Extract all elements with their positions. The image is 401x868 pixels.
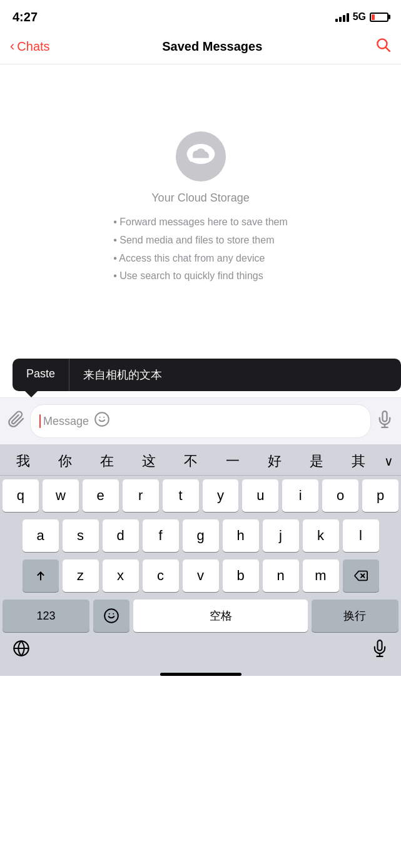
cloud-storage-icon bbox=[176, 131, 226, 181]
suggestion-6[interactable]: 好 bbox=[253, 449, 295, 473]
attach-button[interactable] bbox=[8, 411, 25, 432]
key-z[interactable]: z bbox=[63, 559, 99, 592]
key-w[interactable]: w bbox=[43, 479, 79, 512]
back-button[interactable]: ‹ Chats bbox=[10, 39, 50, 54]
cloud-storage-title: Your Cloud Storage bbox=[151, 191, 249, 205]
cloud-bullet-4: Use search to quickly find things bbox=[113, 267, 288, 285]
key-i[interactable]: i bbox=[282, 479, 318, 512]
key-e[interactable]: e bbox=[83, 479, 119, 512]
chat-content-area: Your Cloud Storage Forward messages here… bbox=[0, 64, 401, 334]
key-u[interactable]: u bbox=[242, 479, 278, 512]
key-g[interactable]: g bbox=[183, 519, 219, 552]
keyboard-bottom-row bbox=[0, 636, 401, 666]
text-cursor bbox=[39, 414, 41, 428]
back-label: Chats bbox=[17, 39, 49, 54]
key-n[interactable]: n bbox=[263, 559, 299, 592]
key-y[interactable]: y bbox=[203, 479, 239, 512]
battery-fill bbox=[372, 14, 375, 20]
message-input-bar: Message bbox=[0, 397, 401, 444]
cloud-bullet-1: Forward messages here to save them bbox=[113, 213, 288, 232]
suggestion-1[interactable]: 你 bbox=[44, 449, 86, 473]
keyboard-mic-button[interactable] bbox=[371, 640, 388, 661]
keyboard-row-2: a s d f g h j k l bbox=[0, 516, 401, 556]
suggestion-7[interactable]: 是 bbox=[295, 449, 337, 473]
emoji-key[interactable] bbox=[93, 600, 129, 632]
space-key[interactable]: 空格 bbox=[133, 600, 308, 632]
svg-point-8 bbox=[95, 412, 109, 426]
message-input[interactable]: Message bbox=[30, 404, 371, 438]
cloud-bullet-3: Access this chat from any device bbox=[113, 250, 288, 268]
key-l[interactable]: l bbox=[343, 519, 379, 552]
key-b[interactable]: b bbox=[223, 559, 259, 592]
cloud-description-list: Forward messages here to save them Send … bbox=[113, 213, 288, 285]
context-menu-camera-text[interactable]: 来自相机的文本 bbox=[69, 359, 176, 391]
context-menu-arrow bbox=[25, 391, 38, 397]
key-h[interactable]: h bbox=[223, 519, 259, 552]
globe-key[interactable] bbox=[13, 640, 30, 661]
signal-icon bbox=[335, 12, 349, 22]
key-v[interactable]: v bbox=[183, 559, 219, 592]
context-menu-bubble: Paste 来自相机的文本 bbox=[13, 359, 401, 391]
svg-line-1 bbox=[386, 48, 390, 51]
suggestion-3[interactable]: 这 bbox=[128, 449, 170, 473]
key-f[interactable]: f bbox=[143, 519, 179, 552]
keyboard: 我 你 在 这 不 一 好 是 其 ∨ q w e r t y u i o p … bbox=[0, 444, 401, 676]
suggestion-8[interactable]: 其 bbox=[337, 449, 379, 473]
page-title: Saved Messages bbox=[162, 39, 262, 54]
fiveg-label: 5G bbox=[353, 11, 366, 23]
key-q[interactable]: q bbox=[3, 479, 39, 512]
key-p[interactable]: p bbox=[362, 479, 398, 512]
suggestion-5[interactable]: 一 bbox=[211, 449, 253, 473]
home-indicator bbox=[160, 673, 241, 676]
sticker-button[interactable] bbox=[94, 411, 110, 431]
cloud-bullet-2: Send media and files to store them bbox=[113, 232, 288, 250]
svg-point-16 bbox=[104, 609, 118, 623]
key-s[interactable]: s bbox=[63, 519, 99, 552]
voice-button[interactable] bbox=[376, 411, 393, 432]
return-key[interactable]: 换行 bbox=[312, 600, 398, 632]
status-icons: 5G bbox=[335, 11, 388, 23]
context-menu-paste[interactable]: Paste bbox=[13, 359, 69, 391]
search-button[interactable] bbox=[375, 36, 391, 56]
status-time: 4:27 bbox=[13, 10, 38, 24]
delete-key[interactable] bbox=[343, 559, 379, 592]
suggestion-0[interactable]: 我 bbox=[3, 449, 44, 473]
keyboard-row-3: z x c v b n m bbox=[0, 556, 401, 596]
battery-icon bbox=[370, 13, 388, 22]
key-j[interactable]: j bbox=[263, 519, 299, 552]
nav-bar: ‹ Chats Saved Messages bbox=[0, 31, 401, 64]
keyboard-row-1: q w e r t y u i o p bbox=[0, 476, 401, 516]
context-menu: Paste 来自相机的文本 bbox=[13, 359, 401, 397]
numbers-key[interactable]: 123 bbox=[3, 600, 89, 632]
keyboard-suggestions: 我 你 在 这 不 一 好 是 其 ∨ bbox=[0, 444, 401, 476]
suggestion-4[interactable]: 不 bbox=[170, 449, 212, 473]
suggestion-2[interactable]: 在 bbox=[86, 449, 128, 473]
chevron-left-icon: ‹ bbox=[10, 39, 14, 53]
suggestion-chars: 我 你 在 这 不 一 好 是 其 bbox=[3, 449, 379, 473]
key-c[interactable]: c bbox=[143, 559, 179, 592]
message-placeholder: Message bbox=[43, 415, 89, 428]
key-t[interactable]: t bbox=[163, 479, 199, 512]
keyboard-row-4: 123 空格 换行 bbox=[0, 596, 401, 636]
key-r[interactable]: r bbox=[123, 479, 159, 512]
key-x[interactable]: x bbox=[103, 559, 139, 592]
shift-key[interactable] bbox=[23, 559, 59, 592]
key-k[interactable]: k bbox=[303, 519, 339, 552]
key-m[interactable]: m bbox=[303, 559, 339, 592]
context-menu-container: Paste 来自相机的文本 bbox=[0, 334, 401, 397]
svg-rect-7 bbox=[193, 154, 209, 158]
key-o[interactable]: o bbox=[322, 479, 358, 512]
cloud-icon-svg bbox=[185, 144, 216, 169]
key-d[interactable]: d bbox=[103, 519, 139, 552]
key-a[interactable]: a bbox=[23, 519, 59, 552]
keyboard-collapse-button[interactable]: ∨ bbox=[379, 451, 398, 471]
status-bar: 4:27 5G bbox=[0, 0, 401, 31]
